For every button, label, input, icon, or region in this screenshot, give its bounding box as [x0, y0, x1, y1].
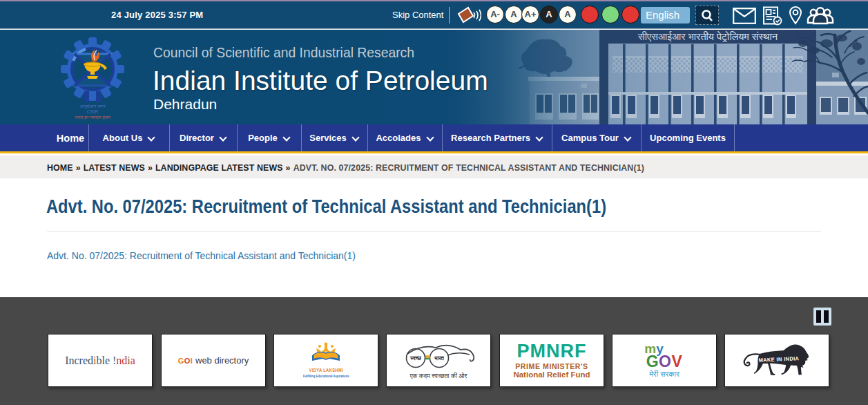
svg-text:भारत: भारत [434, 355, 445, 361]
svg-text:CSIR: CSIR [87, 109, 99, 114]
svg-text:भारत का नवाचार इंजन: भारत का नवाचार इंजन [75, 115, 110, 120]
svg-text:स्वच्छ: स्वच्छ [409, 355, 422, 361]
svg-text:अनुसंधान भवन: अनुसंधान भवन [80, 104, 106, 109]
